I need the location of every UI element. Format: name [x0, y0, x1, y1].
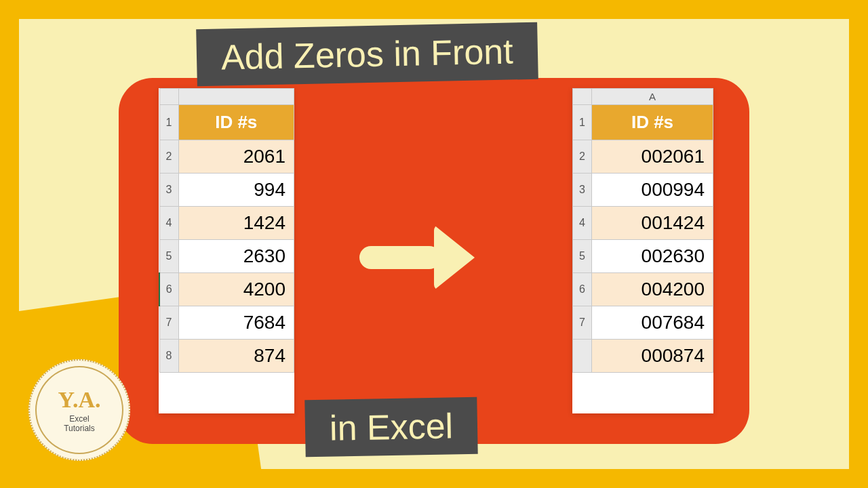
data-cell: 000994 [592, 174, 713, 207]
row-number: 7 [573, 306, 592, 340]
table-header: ID #s [592, 105, 713, 140]
col-header [178, 89, 294, 105]
data-cell: 001424 [592, 207, 713, 240]
row-number: 3 [573, 174, 592, 207]
row-number: 2 [573, 140, 592, 174]
col-header: A [592, 89, 713, 105]
row-col-corner [573, 89, 592, 105]
row-number: 5 [159, 240, 178, 273]
data-cell: 4200 [178, 273, 294, 306]
row-number [573, 340, 592, 373]
data-cell: 7684 [178, 306, 294, 340]
row-number: 4 [159, 207, 178, 240]
row-number: 3 [159, 174, 178, 207]
row-number: 1 [573, 105, 592, 140]
data-cell: 994 [178, 174, 294, 207]
logo-text: Tutorials [64, 424, 95, 433]
data-cell: 007684 [592, 306, 713, 340]
row-number: 7 [159, 306, 178, 340]
row-number: 1 [159, 105, 178, 140]
row-number: 6 [159, 273, 178, 306]
data-cell: 002630 [592, 240, 713, 273]
row-number: 5 [573, 240, 592, 273]
data-cell: 002061 [592, 140, 713, 174]
logo-text: Excel [69, 414, 89, 424]
data-cell: 874 [178, 340, 294, 373]
spreadsheet-before: 1ID #s 22061 3994 41424 52630 64200 7768… [159, 88, 294, 413]
data-cell: 2630 [178, 240, 294, 273]
arrow-right-icon [359, 230, 502, 285]
row-number: 4 [573, 207, 592, 240]
title-secondary: in Excel [304, 397, 478, 457]
row-number: 6 [573, 273, 592, 306]
data-cell: 1424 [178, 207, 294, 240]
data-cell: 004200 [592, 273, 713, 306]
row-col-corner [159, 89, 178, 105]
channel-logo: Y.A. Excel Tutorials [28, 359, 130, 461]
data-cell: 000874 [592, 340, 713, 373]
data-cell: 2061 [178, 140, 294, 174]
spreadsheet-after: A 1ID #s 2002061 3000994 4001424 5002630… [572, 88, 713, 413]
row-number: 2 [159, 140, 178, 174]
row-number: 8 [159, 340, 178, 373]
table-header: ID #s [178, 105, 294, 140]
logo-initials: Y.A. [58, 387, 101, 413]
title-primary: Add Zeros in Front [196, 22, 538, 87]
